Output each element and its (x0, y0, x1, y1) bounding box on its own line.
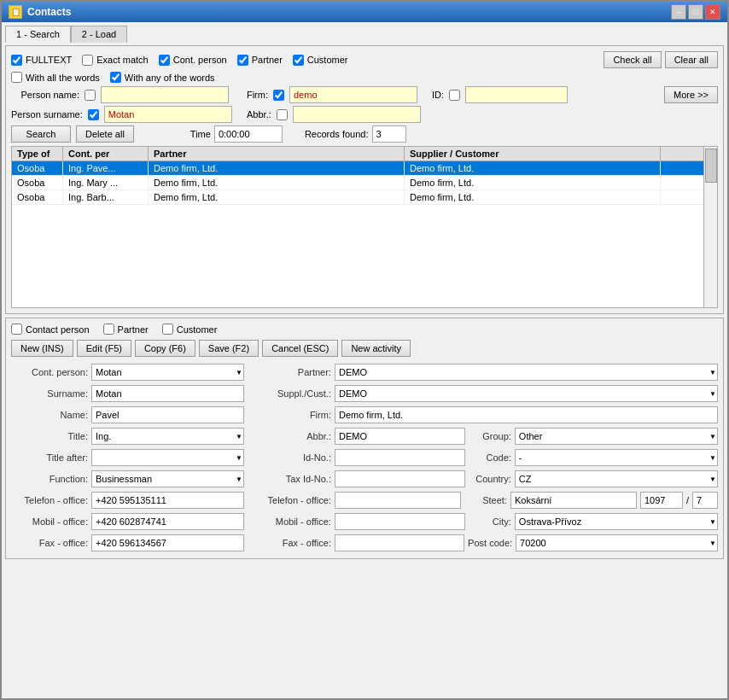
idno-input[interactable] (335, 449, 465, 466)
exact-match-checkbox[interactable] (82, 55, 93, 66)
person-name-label: Person name: (11, 90, 79, 100)
function-row: Function: Businessman ▼ (11, 470, 244, 487)
new-activity-button[interactable]: New activity (341, 340, 411, 357)
results-table: Type of Cont. per Partner Supplier / Cus… (11, 146, 718, 308)
mobil-office-row: Mobil - office: (11, 513, 244, 530)
telefon-office-input[interactable] (91, 492, 244, 509)
partner-checkbox-group[interactable]: Partner (237, 55, 283, 66)
exact-match-checkbox-group[interactable]: Exact match (82, 55, 149, 66)
tab-load[interactable]: 2 - Load (71, 26, 127, 43)
street-no2-input[interactable] (692, 492, 718, 509)
title-select[interactable]: Ing. (91, 428, 244, 445)
edit-f5-button[interactable]: Edit (F5) (77, 340, 131, 357)
fax-office-row: Fax - office: (11, 534, 244, 551)
person-surname-checkbox[interactable] (88, 109, 99, 120)
tel2-input[interactable] (335, 492, 461, 509)
cont-person-select-wrapper: Motan ▼ (91, 364, 244, 381)
name-input[interactable] (91, 406, 244, 423)
new-ins-button[interactable]: New (INS) (11, 340, 73, 357)
partner-checkbox[interactable] (237, 55, 248, 66)
country-select[interactable]: CZ (515, 470, 718, 487)
id-checkbox[interactable] (449, 90, 460, 101)
contact-person-check-group[interactable]: Contact person (11, 324, 90, 335)
country-select-wrapper: CZ ▼ (515, 470, 718, 487)
with-any-words-checkbox[interactable] (110, 72, 121, 83)
id-input[interactable] (465, 86, 568, 103)
partner-bottom-checkbox[interactable] (103, 324, 114, 335)
clear-all-button[interactable]: Clear all (665, 51, 718, 68)
col-supplier: Supplier / Customer (405, 147, 661, 160)
cont-person-row: Cont. person: Motan ▼ (11, 364, 244, 381)
street-input[interactable] (510, 492, 637, 509)
postcode-select[interactable]: 70200 (516, 534, 718, 551)
firm-input[interactable] (289, 86, 417, 103)
table-row[interactable]: Osoba Ing. Mary ... Demo firm, Ltd. Demo… (12, 176, 703, 190)
fax2-input[interactable] (335, 534, 464, 551)
table-row[interactable]: Osoba Ing. Pave... Demo firm, Ltd. Demo … (12, 161, 703, 176)
cont-person-checkbox-group[interactable]: Cont. person (159, 55, 227, 66)
suppl-cust-select[interactable]: DEMO (335, 385, 718, 402)
cont-person-checkbox[interactable] (159, 55, 170, 66)
tab-search[interactable]: 1 - Search (5, 26, 71, 43)
person-surname-input[interactable] (104, 106, 232, 123)
abbr-checkbox[interactable] (277, 109, 288, 120)
delete-all-button[interactable]: Delete all (76, 125, 134, 143)
fax-office-input[interactable] (91, 534, 244, 551)
cont-person-select[interactable]: Motan (91, 364, 244, 381)
surname-input[interactable] (91, 385, 244, 402)
search-button[interactable]: Search (11, 125, 71, 143)
cancel-esc-button[interactable]: Cancel (ESC) (262, 340, 338, 357)
postcode-label: Post code: (468, 538, 512, 548)
abbr-group-row: Abbr.: Group: Other ▼ (254, 428, 718, 445)
maximize-button[interactable]: □ (688, 4, 703, 20)
contact-person-bottom-checkbox[interactable] (11, 324, 22, 335)
content-area: 1 - Search 2 - Load FULLTEXT Exact match… (2, 22, 727, 698)
scrollbar-thumb[interactable] (705, 149, 717, 183)
fields-row2: Person surname: Abbr.: (11, 106, 718, 123)
customer-checkbox-group[interactable]: Customer (293, 55, 348, 66)
partner-bottom-check-group[interactable]: Partner (103, 324, 149, 335)
fulltext-checkbox[interactable] (11, 55, 22, 66)
title-after-select[interactable] (91, 449, 244, 466)
close-button[interactable]: ✕ (705, 4, 720, 20)
customer-bottom-check-group[interactable]: Customer (162, 324, 218, 335)
fields-row1: Person name: Firm: ID: More >> (11, 86, 718, 103)
with-all-words-checkbox[interactable] (11, 72, 22, 83)
fulltext-checkbox-group[interactable]: FULLTEXT (11, 55, 72, 66)
fax2-postcode-row: Fax - office: Post code: 70200 ▼ (254, 534, 718, 551)
cell-cont: Ing. Barb... (63, 190, 149, 204)
mobil-office-input[interactable] (91, 513, 244, 530)
title-after-label: Title after: (11, 452, 88, 463)
fulltext-label: FULLTEXT (26, 55, 72, 65)
copy-f6-button[interactable]: Copy (F6) (135, 340, 195, 357)
partner-select[interactable]: DEMO (335, 364, 718, 381)
firm-checkbox[interactable] (273, 90, 284, 101)
city-select[interactable]: Ostrava-Přívoz (515, 513, 718, 530)
with-all-words-checkbox-group[interactable]: With all the words (11, 72, 100, 83)
abbr-form-input[interactable] (335, 428, 465, 445)
time-input[interactable] (214, 125, 283, 143)
code-select[interactable]: - (515, 449, 718, 466)
taxid-input[interactable] (335, 470, 465, 487)
col-partner: Partner (149, 147, 405, 160)
person-name-input[interactable] (101, 86, 229, 103)
with-any-words-checkbox-group[interactable]: With any of the words (110, 72, 215, 83)
customer-checkbox[interactable] (293, 55, 304, 66)
group-select[interactable]: Other (515, 428, 718, 445)
code-label: Code: (469, 452, 511, 463)
search-options-row1: FULLTEXT Exact match Cont. person Partne… (11, 51, 718, 68)
check-all-button[interactable]: Check all (604, 51, 661, 68)
function-select[interactable]: Businessman (91, 470, 244, 487)
table-row[interactable]: Osoba Ing. Barb... Demo firm, Ltd. Demo … (12, 190, 703, 205)
more-button[interactable]: More >> (664, 86, 718, 103)
save-f2-button[interactable]: Save (F2) (199, 340, 259, 357)
postcode-select-wrapper: 70200 ▼ (516, 534, 718, 551)
person-name-checkbox[interactable] (85, 90, 96, 101)
table-scrollbar[interactable] (703, 147, 717, 307)
street-no-input[interactable] (640, 492, 683, 509)
abbr-input[interactable] (293, 106, 421, 123)
firm-form-input[interactable] (335, 406, 718, 423)
customer-bottom-checkbox[interactable] (162, 324, 173, 335)
minimize-button[interactable]: – (671, 4, 686, 20)
mobil2-input[interactable] (335, 513, 465, 530)
